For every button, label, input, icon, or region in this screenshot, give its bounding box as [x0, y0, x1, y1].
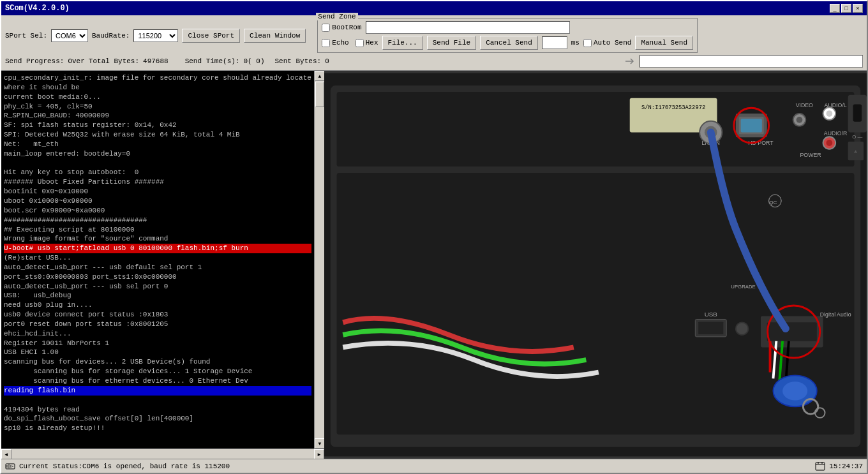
console-output[interactable]: cpu_secondary_init_r: image file for sec… — [1, 71, 314, 448]
manual-send-button[interactable]: Manual Send — [635, 36, 693, 50]
console-line: reading flash.bin — [4, 386, 311, 396]
console-line: usb0 device connect port status :0x1803 — [4, 310, 311, 320]
svg-text:O —: O — — [852, 134, 862, 140]
console-line: USB EHCI 1.00 — [4, 348, 311, 357]
svg-point-42 — [782, 381, 807, 400]
svg-text:POWER: POWER — [800, 152, 821, 158]
h-scroll-track[interactable] — [11, 449, 314, 459]
svg-rect-24 — [853, 104, 862, 121]
svg-text:S/N:I17073253A22972: S/N:I17073253A22972 — [641, 105, 705, 111]
console-scroll-area: cpu_secondary_init_r: image file for sec… — [1, 71, 324, 448]
console-line: port_sts0:0x00000803 port_sts1:0x0c00000… — [4, 272, 311, 282]
console-line: need usb0 plug in.... — [4, 300, 311, 310]
console-line: phy_clk = 405, clk=50 — [4, 102, 311, 112]
console-line: uboot 0x10000~0x90000 — [4, 196, 311, 206]
send-time-value: 0( 0) — [243, 57, 264, 65]
console-line: auto_detect_usb_port --- usb sel port 0 — [4, 282, 311, 292]
sent-bytes-label: Sent Bytes: — [275, 57, 322, 65]
scroll-thumb[interactable] — [315, 82, 324, 107]
hex-checkbox[interactable] — [355, 39, 364, 47]
console-line: 4194304 bytes read — [4, 405, 311, 415]
over-label: Over — [68, 57, 84, 65]
file-button[interactable]: File... — [382, 36, 423, 50]
console-line: R_SPIN_CH0_BAUD: 40000009 — [4, 111, 311, 121]
sport-select[interactable]: COM6 — [51, 29, 88, 42]
time-display: 15:24:37 — [829, 463, 863, 470]
svg-text:VIDEO: VIDEO — [796, 102, 813, 108]
svg-point-33 — [736, 322, 749, 335]
total-bytes-label: Total Bytes: — [89, 57, 139, 65]
total-bytes-value: 497688 — [143, 57, 168, 65]
sport-label: SPort Sel: — [5, 32, 47, 40]
device-image-area: S/N:I17073253A22972 LNB IN HD PORT — [324, 71, 867, 459]
echo-checkbox-label[interactable]: Echo — [322, 39, 348, 47]
svg-rect-32 — [698, 322, 723, 334]
console-line: SPI: Detected W25Q32 with erase size 64 … — [4, 130, 311, 140]
baudrate-label: BaudRate: — [92, 32, 130, 40]
send-zone-row2: Echo Hex File... Send File Cancel Send 1… — [322, 36, 693, 50]
svg-text:USB: USB — [705, 311, 717, 318]
command-area: usb start;fatload usb 0 80100000 flash.b… — [624, 55, 863, 68]
baudrate-select[interactable]: 115200 — [133, 29, 178, 42]
bootrom-path-input[interactable]: C:\Document\Receiver\Tools\A1_PLUS_LOADE… — [366, 21, 570, 34]
console-line: cpu_secondary_init_r: image file for sec… — [4, 73, 311, 93]
scroll-track[interactable] — [315, 81, 324, 438]
svg-text:UPGRADE: UPGRADE — [731, 284, 756, 290]
svg-rect-35 — [767, 322, 817, 341]
close-sport-button[interactable]: Close SPort — [182, 29, 240, 43]
svg-point-22 — [826, 140, 832, 146]
clean-window-button[interactable]: Clean Window — [244, 29, 306, 43]
svg-text:QC: QC — [770, 200, 777, 205]
console-line — [4, 159, 311, 168]
status-bar: Current Status:COM6 is opened, baud rate… — [1, 459, 867, 473]
vertical-scrollbar[interactable]: ▲ ▼ — [314, 71, 324, 448]
bootrom-checkbox[interactable] — [322, 24, 330, 32]
title-bar-buttons: _ □ × — [830, 4, 863, 13]
minimize-button[interactable]: _ — [830, 4, 840, 13]
svg-text:AUDIO/R: AUDIO/R — [824, 130, 848, 137]
toolbar: SPort Sel: COM6 BaudRate: 115200 Close S… — [1, 15, 867, 71]
console-line: ## Executing script at 80100000 — [4, 225, 311, 235]
svg-point-19 — [826, 110, 832, 117]
auto-send-checkbox-label[interactable]: Auto Send — [583, 39, 631, 47]
console-line: ####### Uboot Fixed Partitions ####### — [4, 177, 311, 187]
scroll-right-button[interactable]: ► — [314, 449, 324, 459]
console-line: port0 reset down port status :0x8001205 — [4, 320, 311, 329]
auto-send-checkbox[interactable] — [583, 39, 592, 47]
console-line: ################################## — [4, 216, 311, 225]
console-line: spi0 is already setup!!! — [4, 424, 311, 433]
console-line: SF: spi flash status register: 0x14, 0x4… — [4, 121, 311, 130]
window-title: SCom(V4.2.0.0) — [5, 4, 70, 13]
echo-checkbox[interactable] — [322, 39, 330, 47]
maximize-button[interactable]: □ — [841, 4, 851, 13]
close-button[interactable]: × — [853, 4, 863, 13]
scroll-down-button[interactable]: ▼ — [315, 438, 324, 448]
send-time-label: Send Time(s): — [185, 57, 240, 65]
send-zone-row1: BootRom C:\Document\Receiver\Tools\A1_PL… — [322, 21, 693, 34]
svg-rect-2 — [337, 92, 855, 167]
console-line: Register 10011 NbrPorts 1 — [4, 339, 311, 348]
ms-label: ms — [571, 39, 580, 47]
svg-rect-12 — [741, 119, 762, 132]
interval-input[interactable]: 1000 — [542, 36, 567, 49]
bootrom-checkbox-label[interactable]: BootRom — [322, 24, 361, 32]
console-line: current boot media:0... — [4, 93, 311, 102]
horizontal-scrollbar[interactable]: ◄ ► — [1, 448, 324, 459]
scroll-up-button[interactable]: ▲ — [315, 71, 324, 81]
scroll-left-button[interactable]: ◄ — [1, 449, 11, 459]
svg-point-17 — [797, 117, 803, 123]
console-line: Net: mt_eth — [4, 140, 311, 149]
send-file-button[interactable]: Send File — [427, 36, 476, 50]
main-area: cpu_secondary_init_r: image file for sec… — [1, 71, 867, 459]
console-line: ehci_hcd_init... — [4, 329, 311, 339]
arrow-icon — [624, 56, 637, 66]
echo-label: Echo — [332, 39, 348, 47]
command-input[interactable]: usb start;fatload usb 0 80100000 flash.b… — [640, 55, 863, 68]
console-line: do_spi_flash_uboot_save offset[0] len[40… — [4, 414, 311, 424]
cancel-send-button[interactable]: Cancel Send — [480, 36, 538, 50]
console-line: scanning bus for storage devices... 1 St… — [4, 367, 311, 376]
console-wrapper: cpu_secondary_init_r: image file for sec… — [1, 71, 324, 459]
modem-icon — [5, 461, 15, 471]
hex-checkbox-label[interactable]: Hex — [355, 39, 378, 47]
main-window: SCom(V4.2.0.0) _ □ × SPort Sel: COM6 Bau… — [0, 0, 868, 474]
